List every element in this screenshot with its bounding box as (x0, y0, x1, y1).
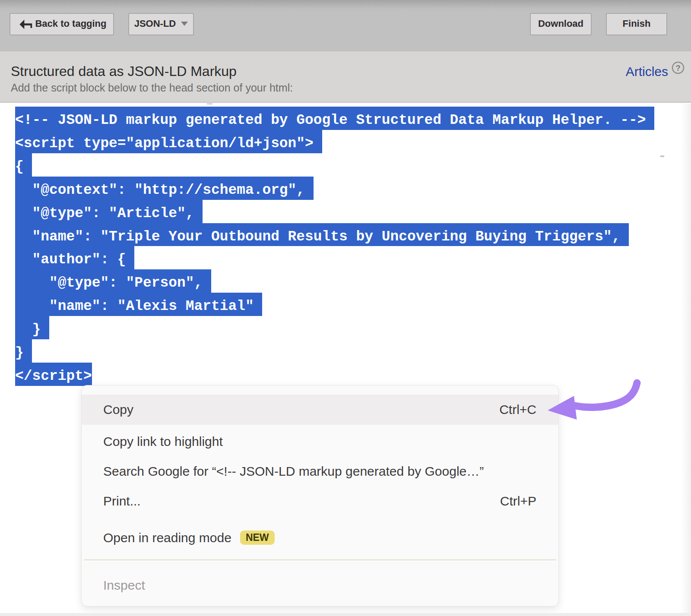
svg-text:?: ? (675, 63, 681, 73)
